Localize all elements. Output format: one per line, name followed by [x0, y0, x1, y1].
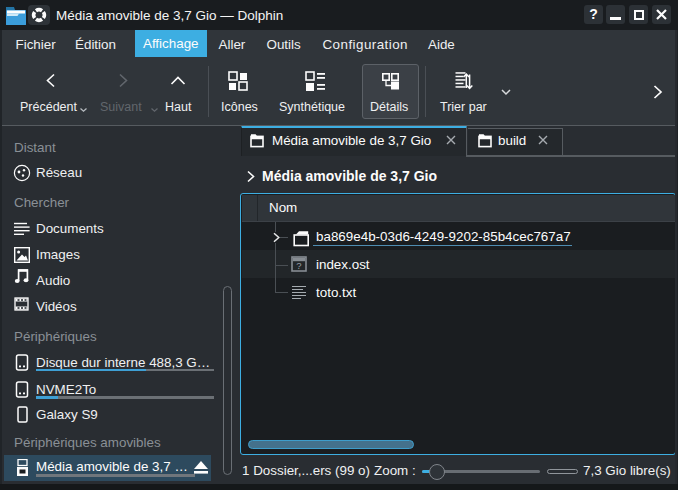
- svg-text:?: ?: [296, 260, 301, 271]
